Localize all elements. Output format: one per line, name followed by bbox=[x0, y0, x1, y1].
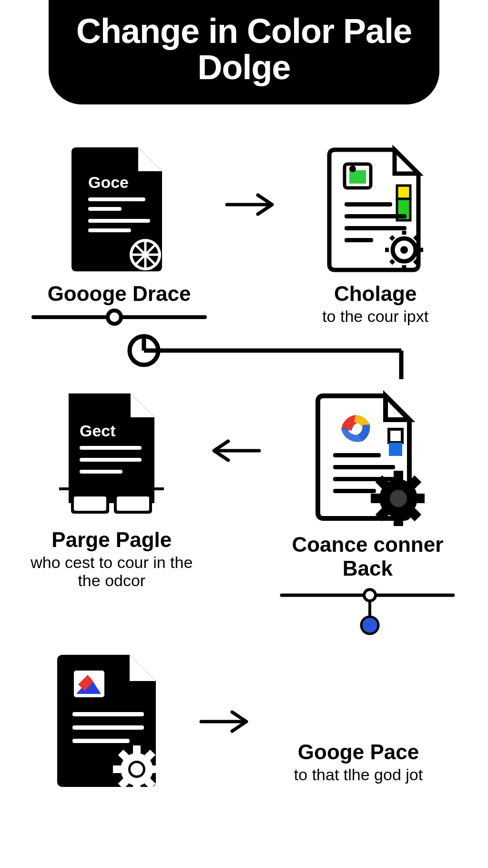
svg-rect-79 bbox=[152, 765, 161, 773]
svg-rect-71 bbox=[72, 725, 144, 730]
svg-rect-55 bbox=[394, 517, 403, 526]
svg-rect-70 bbox=[72, 712, 144, 716]
svg-rect-39 bbox=[80, 470, 122, 474]
svg-point-11 bbox=[108, 310, 121, 324]
svg-rect-3 bbox=[88, 219, 150, 223]
step5-sub: to that tlhe god jot bbox=[294, 766, 423, 784]
step5-title: Googe Pace bbox=[298, 740, 419, 764]
svg-rect-54 bbox=[394, 471, 403, 480]
svg-rect-1 bbox=[88, 197, 145, 201]
svg-rect-72 bbox=[72, 739, 130, 743]
svg-rect-78 bbox=[113, 765, 122, 773]
arrow-right-icon bbox=[224, 190, 277, 219]
svg-point-53 bbox=[390, 490, 407, 507]
svg-line-28 bbox=[391, 237, 394, 239]
svg-rect-14 bbox=[349, 170, 366, 184]
svg-line-29 bbox=[415, 260, 417, 263]
svg-rect-2 bbox=[88, 207, 122, 211]
step-goooge-drace: Goce Goooge Drace bbox=[29, 143, 210, 327]
svg-rect-56 bbox=[371, 494, 380, 503]
svg-rect-48 bbox=[333, 453, 381, 457]
doc-dark-gect-icon: Gect bbox=[57, 389, 166, 522]
svg-text:Goce: Goce bbox=[88, 173, 129, 191]
svg-point-75 bbox=[131, 763, 143, 775]
svg-rect-37 bbox=[80, 446, 142, 450]
svg-point-69 bbox=[78, 673, 84, 679]
svg-rect-49 bbox=[333, 465, 395, 469]
banner-line1: Change in Color Pale bbox=[76, 12, 412, 50]
doc-google-gear-icon bbox=[310, 389, 425, 527]
svg-rect-18 bbox=[345, 202, 392, 207]
step3-sub: who cest to cour in the the odcor bbox=[29, 554, 195, 589]
svg-rect-44 bbox=[117, 496, 149, 511]
svg-rect-19 bbox=[345, 214, 407, 218]
arrow-left-icon bbox=[209, 436, 262, 465]
svg-point-23 bbox=[400, 246, 408, 254]
svg-line-31 bbox=[391, 260, 394, 263]
step-googe-pace: Googe Pace to that tlhe god jot bbox=[268, 650, 449, 793]
svg-rect-47 bbox=[389, 443, 402, 456]
banner-line2: Dolge bbox=[197, 48, 290, 86]
svg-rect-38 bbox=[80, 458, 142, 462]
step2-sub: to the cour ipxt bbox=[322, 308, 428, 325]
svg-rect-46 bbox=[389, 429, 402, 443]
arrow-right-2-icon bbox=[199, 707, 251, 736]
doc-dark-color-gear-icon bbox=[53, 650, 168, 793]
svg-text:Gect: Gect bbox=[80, 422, 116, 440]
svg-rect-42 bbox=[74, 496, 106, 511]
step3-title: Parge Pagle bbox=[51, 528, 172, 552]
connector-down-left-icon bbox=[77, 331, 411, 384]
svg-point-15 bbox=[349, 165, 356, 172]
step1-title: Goooge Drace bbox=[48, 282, 191, 306]
slider-blue-icon bbox=[277, 583, 458, 636]
svg-rect-21 bbox=[345, 238, 373, 242]
svg-rect-20 bbox=[345, 226, 407, 230]
svg-point-63 bbox=[364, 589, 376, 601]
step-bottom-doc bbox=[39, 650, 182, 793]
svg-rect-16 bbox=[397, 186, 410, 199]
slider-line-1-icon bbox=[29, 308, 210, 327]
step-cholage: Cholage to the cour ipxt bbox=[291, 143, 459, 325]
svg-rect-77 bbox=[133, 785, 141, 793]
svg-rect-4 bbox=[88, 228, 131, 232]
step-parge-pagle: Gect Parge Pagle who cest to cour in the… bbox=[29, 389, 195, 589]
step2-title: Cholage bbox=[334, 282, 417, 306]
svg-rect-76 bbox=[133, 745, 141, 754]
doc-dark-goce-icon: Goce bbox=[67, 143, 172, 276]
step-coance-conner: Coance conner Back bbox=[276, 389, 459, 636]
svg-rect-57 bbox=[417, 494, 425, 503]
svg-rect-51 bbox=[333, 489, 376, 493]
doc-outline-color-icon bbox=[323, 143, 428, 276]
title-banner: Change in Color Pale Dolge bbox=[49, 0, 439, 104]
svg-point-65 bbox=[361, 617, 378, 634]
step4-title: Coance conner Back bbox=[276, 533, 459, 580]
svg-line-30 bbox=[415, 237, 417, 239]
